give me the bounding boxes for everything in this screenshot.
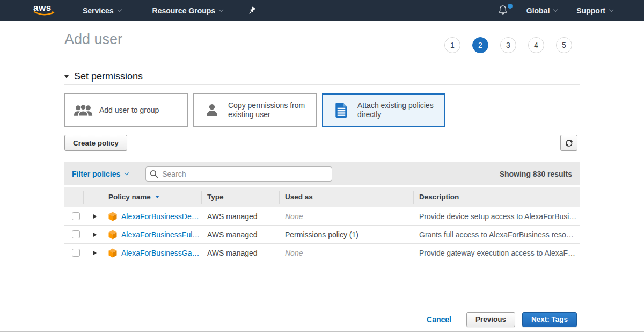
top-navigation-bar: aws Services Resource Groups <box>0 0 644 21</box>
sort-descending-icon <box>155 196 159 198</box>
refresh-button[interactable] <box>560 135 577 151</box>
managed-policy-cube-icon <box>108 212 117 221</box>
header-policy-name-label: Policy name <box>108 193 151 201</box>
step-1: 1 <box>444 37 460 53</box>
card-copy-permissions[interactable]: Copy permissions from existing user <box>193 93 317 127</box>
table-header-row: Policy name Type Used as Description <box>64 187 580 207</box>
header-type[interactable]: Type <box>202 191 280 204</box>
wizard-footer: Cancel Previous Next: Tags <box>0 307 644 332</box>
table-row: AlexaForBusinessFul… AWS managed Permiss… <box>64 226 580 244</box>
nav-resource-groups-label: Resource Groups <box>152 6 215 15</box>
managed-policy-cube-icon <box>108 248 117 258</box>
search-box <box>145 166 332 182</box>
filter-policies-dropdown[interactable]: Filter policies <box>72 170 128 178</box>
notifications-bell-icon[interactable] <box>497 4 511 17</box>
step-5: 5 <box>556 37 572 53</box>
page-title: Add user <box>64 31 122 48</box>
aws-smile-icon <box>33 11 56 17</box>
policy-type: AWS managed <box>202 249 280 257</box>
header-checkbox-cell <box>64 191 84 204</box>
step-2-active: 2 <box>472 37 488 53</box>
policy-description: Provide gateway execution access to Alex… <box>414 249 580 257</box>
create-policy-button[interactable]: Create policy <box>64 135 127 151</box>
card-label: Copy permissions from existing user <box>228 101 310 119</box>
set-permissions-section-toggle[interactable]: Set permissions <box>64 71 143 82</box>
header-expand-cell <box>84 191 103 204</box>
nav-right-group: Global Support <box>497 4 613 17</box>
chevron-down-icon <box>219 8 223 12</box>
policy-type: AWS managed <box>202 230 280 239</box>
previous-button[interactable]: Previous <box>466 312 515 327</box>
section-divider <box>64 84 580 85</box>
refresh-icon <box>565 139 573 147</box>
expand-caret-icon[interactable] <box>93 233 97 237</box>
wizard-steps: 1 2 3 4 5 <box>444 37 572 53</box>
aws-logo[interactable]: aws <box>33 4 56 18</box>
expand-caret-icon[interactable] <box>93 214 97 219</box>
policy-document-icon <box>330 102 353 118</box>
expand-caret-icon[interactable] <box>93 251 97 255</box>
pushpin-icon[interactable] <box>247 6 256 15</box>
search-icon <box>150 170 158 178</box>
step-4: 4 <box>528 37 544 53</box>
policy-type: AWS managed <box>202 212 280 221</box>
user-icon <box>200 103 224 118</box>
card-label: Add user to group <box>99 106 159 115</box>
search-input[interactable] <box>145 166 332 182</box>
results-count: Showing 830 results <box>500 170 572 178</box>
nav-support-label: Support <box>576 6 605 15</box>
policy-used-as: None <box>280 249 414 257</box>
filter-policies-label: Filter policies <box>72 170 120 178</box>
nav-support-menu[interactable]: Support <box>576 6 613 15</box>
step-3: 3 <box>500 37 516 53</box>
notification-dot <box>508 4 513 9</box>
cancel-link[interactable]: Cancel <box>427 315 451 324</box>
chevron-down-icon <box>117 8 121 12</box>
filter-bar: Filter policies Showing 830 results <box>64 162 580 185</box>
add-user-page: aws Services Resource Groups <box>0 0 644 333</box>
next-tags-button[interactable]: Next: Tags <box>522 312 577 327</box>
nav-resource-groups-menu[interactable]: Resource Groups <box>152 6 223 15</box>
table-row: AlexaForBusinessGa… AWS managed None Pro… <box>64 244 580 262</box>
row-checkbox[interactable] <box>72 230 80 238</box>
policy-name-link[interactable]: AlexaForBusinessDe… <box>121 212 199 221</box>
policies-panel: Filter policies Showing 830 results Poli… <box>64 162 580 262</box>
policy-description: Grants full access to AlexaForBusiness r… <box>414 230 580 239</box>
card-add-user-to-group[interactable]: Add user to group <box>64 93 188 127</box>
header-used-as[interactable]: Used as <box>280 191 414 204</box>
header-used-as-label: Used as <box>285 193 313 201</box>
collapse-triangle-icon <box>64 75 69 78</box>
user-group-icon <box>71 103 95 117</box>
managed-policy-cube-icon <box>108 230 117 240</box>
chevron-down-icon <box>553 8 558 12</box>
table-row: AlexaForBusinessDe… AWS managed None Pro… <box>64 207 580 226</box>
policy-name-link[interactable]: AlexaForBusinessGa… <box>121 249 200 257</box>
header-type-label: Type <box>207 193 224 201</box>
card-attach-existing-policies[interactable]: Attach existing policies directly <box>322 93 445 127</box>
header-description-label: Description <box>419 193 459 201</box>
policy-name-link[interactable]: AlexaForBusinessFul… <box>121 230 200 239</box>
header-description: Description <box>414 191 580 204</box>
header-policy-name[interactable]: Policy name <box>103 191 202 204</box>
policy-used-as: None <box>280 212 414 221</box>
nav-region-label: Global <box>526 6 550 15</box>
section-title: Set permissions <box>74 71 143 82</box>
policy-description: Provide device setup access to AlexaForB… <box>414 212 580 221</box>
row-checkbox[interactable] <box>72 212 80 220</box>
card-label: Attach existing policies directly <box>357 101 438 119</box>
row-checkbox[interactable] <box>72 249 80 257</box>
nav-services-menu[interactable]: Services <box>83 6 121 15</box>
nav-services-label: Services <box>83 6 114 15</box>
chevron-down-icon <box>609 8 613 12</box>
chevron-down-icon <box>125 170 129 175</box>
nav-region-menu[interactable]: Global <box>526 6 558 15</box>
policy-used-as: Permissions policy (1) <box>280 230 414 239</box>
